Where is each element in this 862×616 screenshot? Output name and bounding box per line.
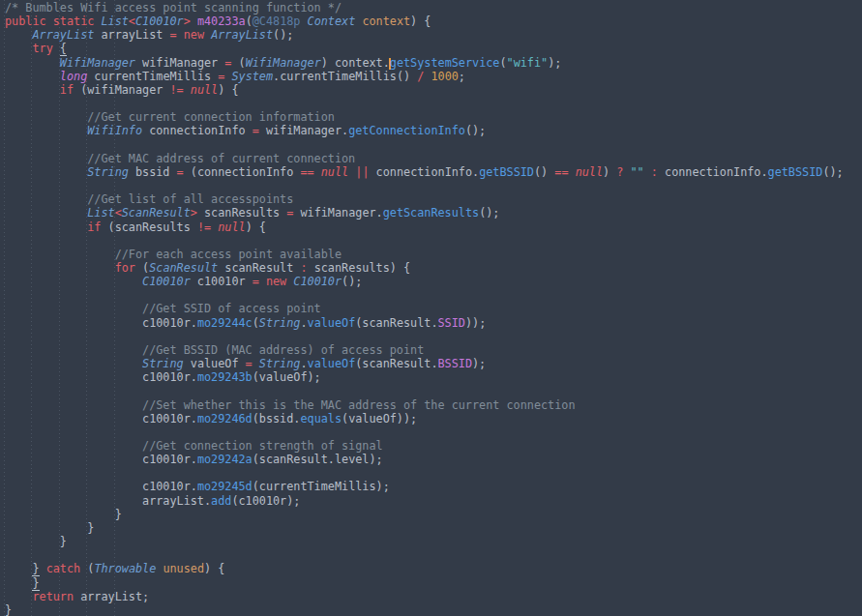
code-token: = (169, 28, 176, 42)
code-token (5, 165, 87, 179)
code-line (5, 234, 862, 248)
code-token: ) { (246, 220, 266, 234)
code-token: ArrayList (32, 28, 94, 42)
code-token: return (32, 590, 74, 603)
code-token: > (191, 206, 197, 220)
code-token (5, 70, 60, 83)
code-token: null (191, 83, 218, 97)
code-line: long currentTimeMillis = System.currentT… (5, 70, 862, 83)
code-token: /* Bumbles Wifi access point scanning fu… (5, 1, 342, 15)
code-token (5, 206, 87, 220)
code-token: (valueOf); (253, 370, 321, 384)
code-token: > (184, 15, 191, 28)
code-line: } (5, 576, 862, 590)
code-token: == (554, 165, 568, 179)
code-token: (scanResults (101, 220, 196, 234)
code-line: if (scanResults != null) { (5, 220, 862, 234)
code-token: (valueOf)); (342, 412, 417, 425)
code-token: < (129, 15, 135, 28)
code-token: || (355, 165, 369, 179)
code-token: String (259, 357, 301, 370)
code-token: arrayList. (5, 494, 211, 508)
code-token (644, 165, 651, 179)
code-token (191, 15, 197, 28)
code-token: : (300, 261, 307, 275)
code-line: c10010r.mo29244c(String.valueOf(scanResu… (5, 316, 862, 330)
code-token: (connectionInfo (184, 165, 301, 179)
code-token: public static (5, 15, 101, 28)
code-token: //Set whether this is the MAC address of… (142, 398, 575, 412)
code-token: c10010r. (5, 316, 197, 330)
code-line (5, 288, 862, 302)
code-token: < (115, 206, 122, 220)
code-line: ArrayList arrayList = new ArrayList(); (5, 28, 862, 42)
code-token: if (60, 83, 74, 97)
code-token (5, 343, 142, 357)
code-token: SSID (438, 316, 465, 330)
code-token: != (169, 83, 183, 97)
code-token: C10010r (135, 15, 184, 28)
code-token: Context (308, 15, 356, 28)
code-line: //Get MAC address of current connection (5, 152, 862, 165)
code-line: WifiManager wifiManager = (WifiManager) … (5, 56, 862, 70)
code-line: } (5, 508, 862, 521)
code-token: (scanResult. (355, 357, 437, 370)
code-token: List (87, 206, 114, 220)
code-token: context (362, 15, 410, 28)
code-token (314, 165, 321, 179)
code-token: getSystemService (390, 56, 500, 70)
code-token: m40233a (197, 15, 246, 28)
code-token: Throwable (94, 562, 156, 575)
code-token: (); (822, 165, 843, 179)
code-token: ( (80, 562, 94, 575)
code-token: scanResults (197, 206, 286, 220)
code-lines: /* Bumbles Wifi access point scanning fu… (5, 1, 862, 616)
code-token: . (300, 357, 307, 370)
code-token: mo29244c (197, 316, 253, 330)
code-token: equals (300, 412, 342, 425)
code-token: WifiManager (60, 56, 135, 70)
code-token: getBSSID (768, 165, 823, 179)
code-token: mo29245d (197, 480, 253, 493)
code-token: //For each access point available (115, 248, 342, 261)
code-token: new (184, 28, 204, 42)
code-token: null (576, 165, 603, 179)
code-token: )); (465, 316, 486, 330)
code-token: = (177, 165, 184, 179)
code-line: c10010r.mo29243b(valueOf); (5, 370, 862, 384)
code-token: arrayList; (74, 590, 149, 603)
code-editor[interactable]: /* Bumbles Wifi access point scanning fu… (0, 0, 862, 616)
code-token: ); (548, 56, 561, 70)
code-token: scanResult (218, 261, 300, 275)
code-line: WifiInfo connectionInfo = wifiManager.ge… (5, 124, 862, 137)
code-token: c10010r (191, 275, 253, 288)
code-token (5, 220, 87, 234)
code-token: connectionInfo. (370, 165, 480, 179)
code-token: mo29242a (197, 453, 253, 466)
code-line: } (5, 521, 862, 535)
code-token: (); (342, 275, 362, 288)
code-token: valueOf (308, 357, 356, 370)
code-line: String valueOf = String.valueOf(scanResu… (5, 357, 862, 370)
code-token: (bssid. (253, 412, 301, 425)
code-line: c10010r.mo29245d(currentTimeMillis); (5, 480, 862, 493)
code-line: //Get SSID of access point (5, 302, 862, 315)
code-token: : (651, 165, 658, 179)
code-token (5, 302, 142, 315)
code-token: "" (630, 165, 643, 179)
code-token: (); (479, 206, 499, 220)
code-token: null (218, 220, 245, 234)
code-token (5, 261, 115, 275)
code-token (5, 28, 32, 42)
code-token: if (87, 220, 101, 234)
code-token: ) { (410, 15, 431, 28)
code-token: ) (603, 165, 616, 179)
code-line: for (ScanResult scanResult : scanResults… (5, 261, 862, 275)
code-token: currentTimeMillis (87, 70, 218, 83)
code-line (5, 330, 862, 343)
code-token: ; (459, 70, 465, 83)
code-token: == (300, 165, 313, 179)
code-line: public static List<C10010r> m40233a(@C48… (5, 15, 862, 28)
code-token: ScanResult (122, 206, 191, 220)
code-token: { (60, 42, 67, 56)
